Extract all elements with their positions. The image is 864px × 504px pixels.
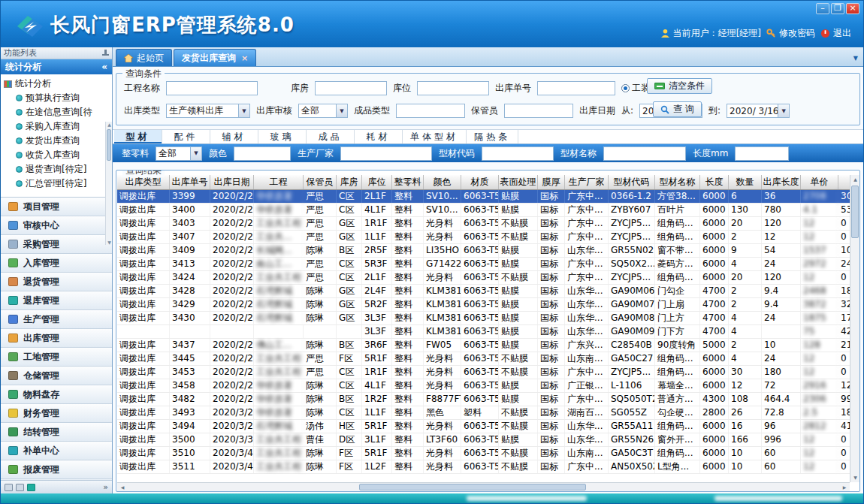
table-row[interactable]: 调拨出库34072020/2/25工业共...严思G区1L1F整料光身料6063…: [117, 231, 850, 244]
table-row[interactable]: 调拨出库35112020/3/4工业共工程陈琳F区1L2F整料光身料6063-T…: [117, 460, 850, 474]
column-header[interactable]: 库位: [362, 175, 392, 189]
tree-item[interactable]: 在途信息查询[待: [4, 105, 112, 119]
location-input[interactable]: [417, 81, 489, 95]
scroll-right-icon[interactable]: ▶: [839, 483, 850, 492]
project-name-input[interactable]: [166, 81, 258, 95]
table-row[interactable]: 调拨出库34452020/2/27工业共工程严思F区5R1F整料光身料6063-…: [117, 352, 850, 366]
column-header[interactable]: 出库单号: [170, 175, 210, 189]
material-tab[interactable]: 玻璃: [258, 130, 307, 143]
vscroll-thumb[interactable]: [851, 186, 859, 238]
table-row[interactable]: 调拨出库34302020/2/26石湾辉城陈琳G区3L3F整料KLM381760…: [117, 312, 850, 325]
column-header[interactable]: 数量: [729, 175, 762, 189]
hscroll-thumb[interactable]: [359, 484, 586, 490]
sidebar-item[interactable]: 物料盘存: [1, 385, 112, 404]
column-header[interactable]: 型材名称: [655, 175, 700, 189]
table-row[interactable]: 调拨出库35002020/3/3工业共工程曹佳D区3L1F整料LT3F60606…: [117, 433, 850, 447]
tab-home[interactable]: 起始页: [116, 49, 172, 66]
tab-shipping-outbound-query[interactable]: 发货出库查询 ×: [174, 49, 256, 66]
sidebar-item[interactable]: 工地管理: [1, 348, 112, 367]
tree-item-root[interactable]: 统计分析: [4, 77, 112, 91]
material-tab[interactable]: 型材: [114, 130, 162, 143]
column-header[interactable]: 型材代码: [609, 175, 655, 189]
column-header[interactable]: 出库长度: [762, 175, 801, 189]
more-chevron-icon[interactable]: »: [103, 482, 108, 492]
table-row[interactable]: 调拨出库34002020/2/25华侨原著严思C区4L1F整料SV10...60…: [117, 204, 850, 217]
table-row[interactable]: 调拨出库34292020/2/26石湾辉城陈琳G区5R2F整料KLM381760…: [117, 298, 850, 312]
tree-item[interactable]: 退货查询[待定]: [4, 162, 112, 177]
column-header[interactable]: 整零料: [392, 175, 424, 189]
column-header[interactable]: 生产厂家: [565, 175, 609, 189]
warehouse-input[interactable]: [315, 81, 387, 95]
table-row[interactable]: 调拨出库34582020/2/28华侨原著陈琳C区4L1F整料光身料6063-T…: [117, 379, 850, 393]
table-row[interactable]: 调拨出库34932020/3/2华侨原著陈琳C区1L1F整料黑色塑料不贴膜国标湖…: [117, 406, 850, 420]
panel-icon[interactable]: [5, 484, 13, 491]
table-row[interactable]: 调拨出库34242020/2/26工业共工程严思C区2L1F整料光身料6063-…: [117, 271, 850, 285]
list-view-icon[interactable]: [16, 484, 24, 491]
material-tab[interactable]: 耗材: [355, 130, 403, 143]
maximize-button[interactable]: ❐: [831, 3, 844, 14]
logout-button[interactable]: 退出: [820, 27, 851, 40]
sidebar-item[interactable]: 财务管理: [1, 404, 112, 423]
tree-scrollbar[interactable]: ▲ ▼: [105, 122, 112, 245]
change-password-button[interactable]: 修改密码: [766, 27, 815, 40]
table-row[interactable]: 调拨出库35102020/3/4工业共工程陈琳F区5R1F整料光身料6063-T…: [117, 447, 850, 460]
search-button[interactable]: 查 询: [653, 101, 702, 117]
column-header[interactable]: 膜厚: [538, 175, 565, 189]
sidebar-item[interactable]: 仓储管理: [1, 367, 112, 385]
product-type-input[interactable]: [396, 104, 465, 118]
column-header[interactable]: 库房: [337, 175, 362, 189]
tree-item[interactable]: 收货入库查询: [4, 148, 112, 162]
close-tab-icon[interactable]: ×: [241, 53, 248, 63]
sidebar-item[interactable]: 入库管理: [1, 254, 112, 273]
whole-part-select[interactable]: 全部 ▼: [156, 146, 202, 161]
sidebar-item[interactable]: 结转管理: [1, 423, 112, 442]
out-type-select[interactable]: 生产领料出库 ▼: [166, 104, 250, 118]
profile-name-input[interactable]: [603, 146, 686, 161]
date-to-picker[interactable]: 2020/ 3/16 ▼: [727, 104, 790, 118]
table-row[interactable]: 调拨出库34532020/2/28工业共工程严思C区1R1F整料光身料6063-…: [117, 366, 850, 379]
scroll-down-icon[interactable]: ▼: [106, 240, 113, 245]
collapse-icon[interactable]: «: [101, 62, 107, 72]
minimize-button[interactable]: –: [816, 3, 829, 14]
table-row[interactable]: 调拨出库33992020/2/25华侨原著严思C区2L1F整料SV10...60…: [117, 190, 850, 204]
table-row[interactable]: 调拨出库34092020/2/25长城网...陈琳B区2R5F整料LI35HO6…: [117, 244, 850, 258]
order-no-input[interactable]: [537, 81, 615, 95]
audit-select[interactable]: 全部 ▼: [298, 104, 348, 118]
material-tab[interactable]: 单体型材: [403, 130, 467, 143]
sidebar-item[interactable]: 补单中心: [1, 442, 112, 460]
column-header[interactable]: 金额: [838, 175, 850, 189]
sidebar-item[interactable]: 采购管理: [1, 235, 112, 254]
table-row[interactable]: 调拨出库34132020/2/26南山工...严思C区5R3F整料G714226…: [117, 258, 850, 271]
keeper-input[interactable]: [504, 104, 573, 118]
scroll-up-icon[interactable]: ▲: [850, 175, 860, 184]
color-input[interactable]: [234, 146, 291, 161]
scroll-up-icon[interactable]: ▲: [106, 122, 113, 127]
tree-item[interactable]: 采购入库查询: [4, 119, 112, 134]
tree-item[interactable]: 预算执行查询: [4, 91, 112, 105]
radio-workwear[interactable]: 工装: [621, 82, 650, 95]
tree-item[interactable]: 汇总管理[待定]: [4, 177, 112, 191]
material-tab[interactable]: 隔热条: [467, 130, 518, 143]
pin-icon[interactable]: [102, 50, 109, 56]
table-row[interactable]: 调拨出库34372020/2/27佛山工...陈琳B区3R6F整料FW05606…: [117, 339, 850, 352]
length-input[interactable]: [735, 146, 789, 161]
sidebar-item[interactable]: 项目管理: [1, 198, 112, 216]
tree-item[interactable]: 发货出库查询: [4, 134, 112, 148]
tab-list-chevron-icon[interactable]: ▼: [853, 55, 858, 62]
module-icon[interactable]: [27, 484, 35, 491]
scroll-left-icon[interactable]: ◀: [117, 483, 128, 492]
column-header[interactable]: 保管员: [304, 175, 337, 189]
column-header[interactable]: 表面处理: [499, 175, 538, 189]
tree-scroll-thumb[interactable]: [107, 129, 111, 161]
table-row[interactable]: 调拨出库34282020/2/26石湾辉城陈琳G区2L4F整料KLM381760…: [117, 285, 850, 298]
sidebar-item[interactable]: 审核中心: [1, 216, 112, 235]
column-header[interactable]: 长度: [700, 175, 729, 189]
table-row[interactable]: 调拨出库34822020/2/28华侨原著陈琳B区1R2F整料F8877FT60…: [117, 393, 850, 406]
table-row[interactable]: 调拨出库34032020/2/25工业共工程严思G区1R1F整料光身料6063-…: [117, 217, 850, 231]
stats-section-header[interactable]: 统计分析 «: [1, 59, 112, 74]
sidebar-item[interactable]: 生产管理: [1, 310, 112, 329]
clear-conditions-button[interactable]: 清空条件: [647, 78, 712, 94]
close-button[interactable]: ×: [846, 3, 859, 14]
vertical-scrollbar[interactable]: ▲ ▼: [850, 175, 859, 482]
sidebar-item[interactable]: 退货管理: [1, 273, 112, 291]
